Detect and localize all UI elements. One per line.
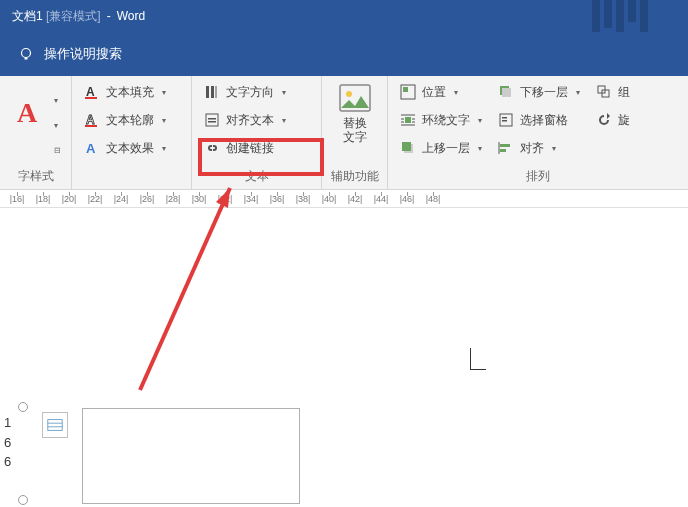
position-button[interactable]: 位置▾: [394, 80, 488, 104]
text-outline-button[interactable]: A 文本轮廓▾: [78, 108, 172, 132]
svg-rect-1: [25, 58, 28, 60]
app-sep: -: [107, 9, 111, 23]
compat-mode: [兼容模式]: [46, 8, 101, 25]
ruler-tick: |22|: [82, 194, 108, 204]
document-canvas[interactable]: 166: [0, 208, 688, 507]
alt-text-button[interactable]: 替换文字: [332, 80, 378, 166]
text-effects-icon: A: [84, 140, 100, 156]
group-label-wordart: 字样式: [0, 166, 71, 189]
svg-rect-28: [48, 420, 62, 431]
bring-forward-button[interactable]: 上移一层▾: [394, 136, 488, 160]
svg-rect-7: [206, 86, 209, 98]
text-box-shape[interactable]: [82, 408, 300, 504]
ruler-tick: |34|: [238, 194, 264, 204]
picture-icon: [339, 84, 371, 112]
create-link-button[interactable]: 创建链接: [198, 136, 292, 160]
text-fill-icon: A: [84, 84, 100, 100]
send-backward-icon: [498, 84, 514, 100]
svg-rect-22: [502, 117, 507, 119]
tell-me-label: 操作说明搜索: [44, 45, 122, 63]
document-name: 文档1: [12, 8, 43, 25]
lightbulb-icon: [18, 46, 34, 62]
svg-rect-24: [500, 144, 510, 147]
line-numbers: 166: [4, 413, 11, 472]
svg-text:A: A: [86, 141, 96, 156]
resize-handle[interactable]: [18, 402, 28, 412]
svg-rect-20: [502, 88, 511, 97]
ruler-tick: |18|: [30, 194, 56, 204]
text-outline-icon: A: [84, 112, 100, 128]
group-label-text: 文本: [192, 166, 321, 189]
text-direction-icon: [204, 84, 220, 100]
rotate-icon: [596, 112, 612, 128]
ruler-tick: |46|: [394, 194, 420, 204]
ruler-tick: |36|: [264, 194, 290, 204]
svg-rect-25: [500, 149, 506, 152]
app-name: Word: [117, 9, 145, 23]
ruler-tick: |44|: [368, 194, 394, 204]
svg-rect-23: [502, 120, 507, 122]
ruler-tick: |26|: [134, 194, 160, 204]
ruler-tick: |38|: [290, 194, 316, 204]
ruler-tick: |28|: [160, 194, 186, 204]
chevron-down-icon[interactable]: ▾: [54, 121, 61, 130]
group-icon: [596, 84, 612, 100]
align-icon: [498, 140, 514, 156]
svg-point-0: [22, 49, 31, 58]
align-text-icon: [204, 112, 220, 128]
align-button[interactable]: 对齐▾: [492, 136, 586, 160]
svg-text:A: A: [86, 113, 95, 127]
svg-text:A: A: [86, 85, 95, 99]
tell-me-bar[interactable]: 操作说明搜索: [0, 32, 688, 76]
ribbon: A ▾ ▾ ⊟ 字样式 A 文本填充▾ A 文本轮廓▾ A: [0, 76, 688, 190]
image-placeholder-icon[interactable]: [42, 412, 68, 438]
group-button[interactable]: 组: [590, 80, 636, 104]
group-label-hidden1: [72, 183, 191, 189]
svg-rect-16: [405, 117, 411, 123]
ruler-tick: |42|: [342, 194, 368, 204]
link-icon: [204, 140, 220, 156]
ruler-tick: |40|: [316, 194, 342, 204]
group-label-arrange: 排列: [388, 166, 688, 189]
title-bar: 文档1 [兼容模式] - Word: [0, 0, 688, 32]
wordart-gallery[interactable]: A: [6, 82, 48, 144]
text-fill-button[interactable]: A 文本填充▾: [78, 80, 172, 104]
svg-rect-11: [208, 121, 216, 123]
title-decoration: [592, 0, 648, 32]
align-text-button[interactable]: 对齐文本▾: [198, 108, 292, 132]
svg-point-13: [346, 91, 352, 97]
svg-rect-5: [85, 125, 97, 127]
bring-forward-icon: [400, 140, 416, 156]
svg-rect-3: [85, 97, 97, 99]
selection-pane-icon: [498, 112, 514, 128]
more-icon[interactable]: ⊟: [54, 146, 61, 155]
text-direction-button[interactable]: 文字方向▾: [198, 80, 292, 104]
letter-a-icon: A: [17, 97, 37, 129]
wrap-text-button[interactable]: 环绕文字▾: [394, 108, 488, 132]
svg-rect-18: [402, 142, 411, 151]
ruler-tick: |24|: [108, 194, 134, 204]
svg-rect-10: [208, 118, 216, 120]
rotate-button[interactable]: 旋: [590, 108, 636, 132]
svg-rect-8: [211, 86, 214, 98]
page-corner-mark: [470, 348, 486, 370]
position-icon: [400, 84, 416, 100]
wrap-text-icon: [400, 112, 416, 128]
text-effects-button[interactable]: A 文本效果▾: [78, 136, 172, 160]
ruler-tick: |30|: [186, 194, 212, 204]
svg-rect-9: [206, 114, 218, 126]
selection-pane-button[interactable]: 选择窗格: [492, 108, 586, 132]
ruler-tick: |16|: [4, 194, 30, 204]
horizontal-ruler[interactable]: |16||18||20||22||24||26||28||30||32||34|…: [0, 190, 688, 208]
chevron-down-icon[interactable]: ▾: [54, 96, 61, 105]
ruler-tick: |32|: [212, 194, 238, 204]
ruler-tick: |20|: [56, 194, 82, 204]
svg-rect-15: [403, 87, 408, 92]
send-backward-button[interactable]: 下移一层▾: [492, 80, 586, 104]
ruler-tick: |48|: [420, 194, 446, 204]
resize-handle[interactable]: [18, 495, 28, 505]
group-label-access: 辅助功能: [322, 166, 387, 189]
